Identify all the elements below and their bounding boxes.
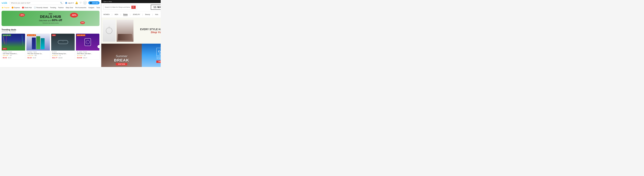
promo-camp-shop[interactable]: THE CAMP SHOP Summer Essentialsfor your … — [142, 44, 161, 67]
nav-jewelry[interactable]: JEWELRY — [133, 13, 140, 16]
camp-shop-now[interactable]: SHOP NOW — [156, 60, 161, 63]
product-price-2: $11.77 — [52, 57, 58, 59]
camp-shop: SHOP — [158, 53, 161, 55]
notifications-icon[interactable]: 🔔 — [75, 2, 78, 4]
nav-beauty[interactable]: Beauty — [145, 13, 150, 16]
product-image-2: -24% — [51, 34, 75, 50]
open-shop-link[interactable]: Open a Shop — [104, 1, 112, 2]
products-grid: Up to 10% off 2PCs 3 colors, 6 sizes LED… — [2, 34, 100, 60]
product-name-2: Polarized Driving Sun... — [52, 53, 74, 54]
product-info-0: 3 colors, 6 sizes LED Solar Fireworks L.… — [2, 50, 25, 60]
nav-kids[interactable]: Kids — [155, 13, 158, 16]
promo-bg-1: Summer BREAK SHOP NOW — [101, 44, 142, 67]
hero-left-images — [101, 18, 135, 44]
review-count-0: 207 — [10, 55, 12, 56]
product-pricing-2: $11.77 $16.59 — [52, 56, 74, 59]
product-name-3: 2023 Moon Joint Men'... — [77, 53, 98, 54]
product-image-3: Up to 16% off — [76, 34, 100, 50]
nav-women[interactable]: WOMEN — [104, 13, 110, 16]
product-card-2[interactable]: -24% 6 colors Polarized Driving Sun... ★… — [51, 34, 75, 60]
nav-fashion[interactable]: Fashion — [58, 7, 64, 8]
search-input[interactable] — [11, 2, 60, 4]
product-name-1: Plus-Size Summer Ca... — [28, 53, 49, 54]
nav-deals-hub[interactable]: 🔴 Deals Hub — [22, 6, 32, 8]
nav-tools[interactable]: Tools — [96, 7, 100, 8]
deals-hub-banner[interactable]: -60% WISH DEALS HUB Daily deals up to 60… — [2, 11, 100, 26]
wish-logo[interactable]: wish — [2, 1, 7, 4]
nav-trending[interactable]: Trending — [50, 7, 56, 8]
summer-break-title2: BREAK — [114, 58, 129, 62]
nav-men[interactable]: MEN — [115, 13, 118, 16]
nav-home[interactable]: Home — [123, 13, 128, 16]
trending-title: Trending deals — [2, 28, 100, 31]
wish-search-bar[interactable]: 🔍 — [9, 1, 64, 5]
hero-tagline: EVERY STYLE HAS A STORY. — [140, 28, 161, 31]
eleven-main-search[interactable]: 🔍 — [104, 5, 137, 10]
cart-icon[interactable]: 🛒 — [83, 1, 87, 5]
nav-sep-0: | — [112, 14, 112, 16]
product-name-0: LED Solar Fireworks L... — [3, 53, 24, 54]
hero-banner[interactable]: EVERY STYLE HAS A STORY. Shop Yours. — [101, 18, 161, 44]
product-price-1: $3.16 — [28, 57, 32, 59]
product-old-price-3: $22.74 — [83, 57, 87, 58]
product-price-0: $4.42 — [3, 57, 7, 59]
review-count-1: 402 — [34, 55, 37, 56]
star-icon: ⭐ — [2, 6, 4, 8]
camp-camp: CAMP — [158, 50, 161, 53]
product-card-3[interactable]: Up to 16% off 9+ colors, 3 sizes 2023 Mo… — [76, 34, 100, 60]
deals-hub-subtitle: Daily deals up to 60% off — [39, 18, 62, 22]
product-card-1[interactable]: Up to 31% off 8 colors, 7 sizes Plus-Siz… — [26, 34, 50, 60]
nav-express[interactable]: 🟠 Express — [12, 6, 20, 8]
product-info-2: 6 colors Polarized Driving Sun... ★ ★ ★ … — [51, 50, 75, 60]
promo-bg-2: THE CAMP SHOP Summer Essentialsfor your … — [142, 44, 161, 67]
product-colors-3: 9+ colors, 3 sizes — [77, 51, 98, 53]
nav-sep-4: | — [152, 14, 153, 16]
wishlist-icon[interactable]: ♡ — [80, 2, 82, 4]
review-count-2: 13 — [59, 55, 61, 56]
phone-icon: 📱 — [90, 2, 92, 4]
star-2: ★ — [4, 55, 5, 56]
next-products-arrow[interactable]: › — [98, 45, 100, 48]
wish-header: wish 🔍 👤 Log in ▾ 🔔 ♡ 🛒 📱 Get app — [0, 0, 101, 6]
header-icons: 👤 Log in ▾ 🔔 ♡ 🛒 📱 Get app — [65, 1, 100, 5]
product-stars-3: ★ ★ ★ ★ ★ 48 — [77, 55, 98, 56]
star-1: ★ — [3, 55, 4, 56]
logo-box: 11 MAIN — [151, 5, 161, 10]
eleven-main-panel: Open a Shop Sign Up or Sign In 🔍 11 MAIN… — [101, 0, 161, 67]
login-button[interactable]: 👤 Log in ▾ — [65, 2, 74, 4]
nav-pet-accessories[interactable]: Pet Accessories — [75, 7, 86, 8]
nav-gadgets[interactable]: Gadgets — [88, 7, 94, 8]
nav-baby-gear[interactable]: Baby Gear — [66, 7, 73, 8]
nav-popular[interactable]: ⭐ Popular — [2, 6, 10, 8]
search-icon: 🔍 — [60, 2, 62, 4]
nav-recently-viewed[interactable]: 🕐 Recently Viewed — [34, 6, 48, 8]
product-stars-1: ★ ★ ★ ★ ★ 402 — [28, 55, 49, 56]
product-colors-2: 6 colors — [52, 51, 74, 53]
hero-tagline-sub: Shop Yours. — [151, 31, 161, 34]
summer-break-shop-now[interactable]: SHOP NOW — [116, 63, 127, 66]
star-3: ★ — [6, 55, 7, 56]
deals-icon: 🔴 — [22, 6, 24, 8]
nav-sep-3: | — [142, 14, 143, 16]
eleven-main-logo: 11 MAIN — [139, 5, 161, 10]
promo-summer-break[interactable]: Summer BREAK SHOP NOW — [101, 44, 142, 67]
product-image-1: Up to 31% off — [26, 34, 50, 50]
review-count-3: 48 — [84, 55, 86, 56]
product-badge-2: -24% — [52, 34, 56, 36]
get-app-button[interactable]: 📱 Get app — [88, 1, 100, 4]
eleven-main-nav: WOMEN | MEN | Home | JEWELRY | Beauty | … — [101, 11, 161, 18]
product-info-1: 8 colors, 7 sizes Plus-Size Summer Ca...… — [26, 50, 50, 60]
discount-badge-left: -60% — [19, 13, 25, 17]
main-search-button[interactable]: 🔍 — [132, 6, 136, 9]
product-card-0[interactable]: Up to 10% off 2PCs 3 colors, 6 sizes LED… — [2, 34, 25, 60]
eleven-main-header: 🔍 11 MAIN — [101, 3, 161, 11]
wish-panel: wish 🔍 👤 Log in ▾ 🔔 ♡ 🛒 📱 Get app ⭐ Popu… — [0, 0, 101, 67]
nav-sep-5: | — [160, 14, 161, 16]
wish-nav: ⭐ Popular 🟠 Express 🔴 Deals Hub 🕐 Recent… — [0, 6, 101, 10]
product-qty-badge-0: 2PCs — [2, 48, 7, 50]
main-search-input[interactable] — [105, 6, 132, 8]
hero-text: EVERY STYLE HAS A STORY. Shop Yours. — [135, 18, 161, 44]
user-icon: 👤 — [65, 2, 67, 4]
deals-disclaimer: *Discounts may vary by country — [39, 22, 62, 24]
deals-hub-text: WISH DEALS HUB Daily deals up to 60% off… — [39, 13, 62, 24]
